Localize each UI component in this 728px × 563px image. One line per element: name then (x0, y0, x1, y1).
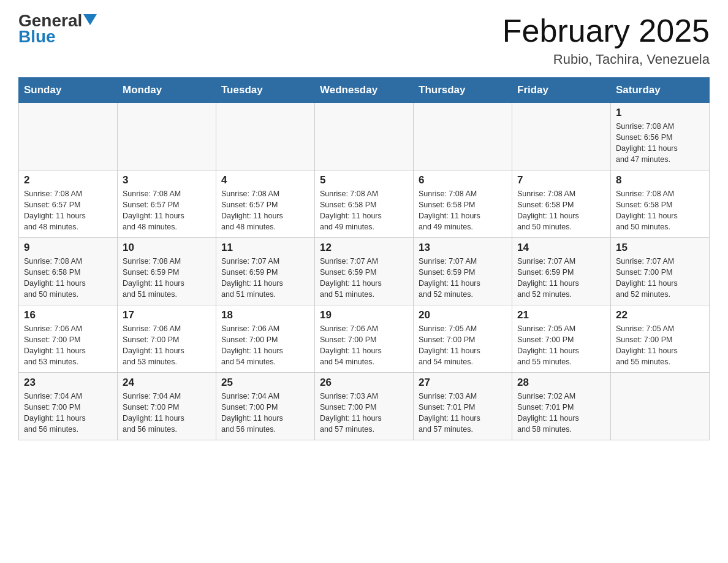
day-info: Sunrise: 7:04 AMSunset: 7:00 PMDaylight:… (24, 391, 112, 435)
week-row-3: 9Sunrise: 7:08 AMSunset: 6:58 PMDaylight… (19, 238, 710, 305)
calendar-cell (216, 103, 315, 170)
day-info: Sunrise: 7:08 AMSunset: 6:57 PMDaylight:… (221, 188, 309, 233)
day-info: Sunrise: 7:04 AMSunset: 7:00 PMDaylight:… (123, 391, 211, 435)
location: Rubio, Tachira, Venezuela (502, 52, 710, 67)
calendar-cell: 6Sunrise: 7:08 AMSunset: 6:58 PMDaylight… (414, 170, 512, 238)
week-row-4: 16Sunrise: 7:06 AMSunset: 7:00 PMDayligh… (19, 305, 710, 373)
calendar-cell: 27Sunrise: 7:03 AMSunset: 7:01 PMDayligh… (414, 373, 512, 440)
day-info: Sunrise: 7:07 AMSunset: 7:00 PMDaylight:… (616, 256, 704, 301)
day-number: 17 (123, 309, 211, 321)
calendar-cell: 2Sunrise: 7:08 AMSunset: 6:57 PMDaylight… (19, 170, 118, 238)
day-info: Sunrise: 7:05 AMSunset: 7:00 PMDaylight:… (419, 323, 507, 368)
calendar-cell: 26Sunrise: 7:03 AMSunset: 7:00 PMDayligh… (315, 373, 414, 440)
calendar-cell: 7Sunrise: 7:08 AMSunset: 6:58 PMDaylight… (512, 170, 611, 238)
col-header-sunday: Sunday (19, 78, 118, 103)
calendar-cell: 25Sunrise: 7:04 AMSunset: 7:00 PMDayligh… (216, 373, 315, 440)
day-info: Sunrise: 7:05 AMSunset: 7:00 PMDaylight:… (517, 323, 605, 368)
calendar-cell: 11Sunrise: 7:07 AMSunset: 6:59 PMDayligh… (216, 238, 315, 305)
day-info: Sunrise: 7:08 AMSunset: 6:56 PMDaylight:… (616, 121, 704, 166)
calendar-cell: 14Sunrise: 7:07 AMSunset: 6:59 PMDayligh… (512, 238, 611, 305)
day-number: 19 (320, 309, 408, 321)
day-number: 2 (24, 174, 112, 186)
day-info: Sunrise: 7:08 AMSunset: 6:57 PMDaylight:… (123, 188, 211, 233)
day-info: Sunrise: 7:04 AMSunset: 7:00 PMDaylight:… (221, 391, 309, 435)
logo-arrow-icon (83, 14, 97, 25)
calendar-cell: 12Sunrise: 7:07 AMSunset: 6:59 PMDayligh… (315, 238, 414, 305)
day-number: 15 (616, 242, 704, 254)
title-block: February 2025 Rubio, Tachira, Venezuela (502, 12, 710, 67)
calendar-cell: 28Sunrise: 7:02 AMSunset: 7:01 PMDayligh… (512, 373, 611, 440)
day-info: Sunrise: 7:08 AMSunset: 6:58 PMDaylight:… (419, 188, 507, 233)
month-title: February 2025 (502, 12, 710, 49)
calendar-cell: 17Sunrise: 7:06 AMSunset: 7:00 PMDayligh… (118, 305, 216, 373)
calendar-cell: 15Sunrise: 7:07 AMSunset: 7:00 PMDayligh… (611, 238, 710, 305)
calendar-cell: 10Sunrise: 7:08 AMSunset: 6:59 PMDayligh… (118, 238, 216, 305)
day-number: 5 (320, 174, 408, 186)
calendar-cell (118, 103, 216, 170)
day-info: Sunrise: 7:07 AMSunset: 6:59 PMDaylight:… (419, 256, 507, 301)
calendar-table: SundayMondayTuesdayWednesdayThursdayFrid… (18, 77, 710, 440)
day-info: Sunrise: 7:03 AMSunset: 7:01 PMDaylight:… (419, 391, 507, 435)
day-info: Sunrise: 7:08 AMSunset: 6:58 PMDaylight:… (517, 188, 605, 233)
calendar-cell: 5Sunrise: 7:08 AMSunset: 6:58 PMDaylight… (315, 170, 414, 238)
calendar-cell (512, 103, 611, 170)
calendar-cell: 4Sunrise: 7:08 AMSunset: 6:57 PMDaylight… (216, 170, 315, 238)
day-number: 4 (221, 174, 309, 186)
calendar-cell: 16Sunrise: 7:06 AMSunset: 7:00 PMDayligh… (19, 305, 118, 373)
day-info: Sunrise: 7:08 AMSunset: 6:58 PMDaylight:… (24, 256, 112, 301)
day-number: 3 (123, 174, 211, 186)
calendar-cell: 13Sunrise: 7:07 AMSunset: 6:59 PMDayligh… (414, 238, 512, 305)
day-info: Sunrise: 7:07 AMSunset: 6:59 PMDaylight:… (320, 256, 408, 301)
calendar-cell: 22Sunrise: 7:05 AMSunset: 7:00 PMDayligh… (611, 305, 710, 373)
calendar-cell: 9Sunrise: 7:08 AMSunset: 6:58 PMDaylight… (19, 238, 118, 305)
svg-marker-0 (83, 14, 97, 25)
day-number: 13 (419, 242, 507, 254)
day-number: 20 (419, 309, 507, 321)
day-info: Sunrise: 7:07 AMSunset: 6:59 PMDaylight:… (221, 256, 309, 301)
calendar-cell: 3Sunrise: 7:08 AMSunset: 6:57 PMDaylight… (118, 170, 216, 238)
day-number: 11 (221, 242, 309, 254)
calendar-cell: 19Sunrise: 7:06 AMSunset: 7:00 PMDayligh… (315, 305, 414, 373)
day-info: Sunrise: 7:08 AMSunset: 6:59 PMDaylight:… (123, 256, 211, 301)
calendar-cell: 20Sunrise: 7:05 AMSunset: 7:00 PMDayligh… (414, 305, 512, 373)
calendar-cell: 24Sunrise: 7:04 AMSunset: 7:00 PMDayligh… (118, 373, 216, 440)
day-number: 22 (616, 309, 704, 321)
day-number: 1 (616, 107, 704, 119)
calendar-cell (611, 373, 710, 440)
calendar-cell: 18Sunrise: 7:06 AMSunset: 7:00 PMDayligh… (216, 305, 315, 373)
calendar-cell (414, 103, 512, 170)
calendar-cell: 23Sunrise: 7:04 AMSunset: 7:00 PMDayligh… (19, 373, 118, 440)
day-number: 16 (24, 309, 112, 321)
col-header-wednesday: Wednesday (315, 78, 414, 103)
calendar-cell: 21Sunrise: 7:05 AMSunset: 7:00 PMDayligh… (512, 305, 611, 373)
col-header-saturday: Saturday (611, 78, 710, 103)
day-number: 7 (517, 174, 605, 186)
col-header-friday: Friday (512, 78, 611, 103)
day-number: 24 (123, 377, 211, 389)
day-info: Sunrise: 7:08 AMSunset: 6:57 PMDaylight:… (24, 188, 112, 233)
day-number: 10 (123, 242, 211, 254)
day-number: 21 (517, 309, 605, 321)
day-info: Sunrise: 7:08 AMSunset: 6:58 PMDaylight:… (320, 188, 408, 233)
day-info: Sunrise: 7:08 AMSunset: 6:58 PMDaylight:… (616, 188, 704, 233)
day-info: Sunrise: 7:06 AMSunset: 7:00 PMDaylight:… (221, 323, 309, 368)
col-header-monday: Monday (118, 78, 216, 103)
calendar-body: 1Sunrise: 7:08 AMSunset: 6:56 PMDaylight… (19, 103, 710, 440)
calendar-cell: 8Sunrise: 7:08 AMSunset: 6:58 PMDaylight… (611, 170, 710, 238)
col-header-thursday: Thursday (414, 78, 512, 103)
day-number: 27 (419, 377, 507, 389)
logo: General Blue (18, 12, 97, 47)
day-info: Sunrise: 7:03 AMSunset: 7:00 PMDaylight:… (320, 391, 408, 435)
day-number: 9 (24, 242, 112, 254)
day-info: Sunrise: 7:02 AMSunset: 7:01 PMDaylight:… (517, 391, 605, 435)
day-number: 26 (320, 377, 408, 389)
calendar-cell (19, 103, 118, 170)
day-number: 14 (517, 242, 605, 254)
day-number: 12 (320, 242, 408, 254)
day-info: Sunrise: 7:05 AMSunset: 7:00 PMDaylight:… (616, 323, 704, 368)
day-number: 23 (24, 377, 112, 389)
calendar-header-row: SundayMondayTuesdayWednesdayThursdayFrid… (19, 78, 710, 103)
day-number: 18 (221, 309, 309, 321)
day-number: 25 (221, 377, 309, 389)
week-row-2: 2Sunrise: 7:08 AMSunset: 6:57 PMDaylight… (19, 170, 710, 238)
